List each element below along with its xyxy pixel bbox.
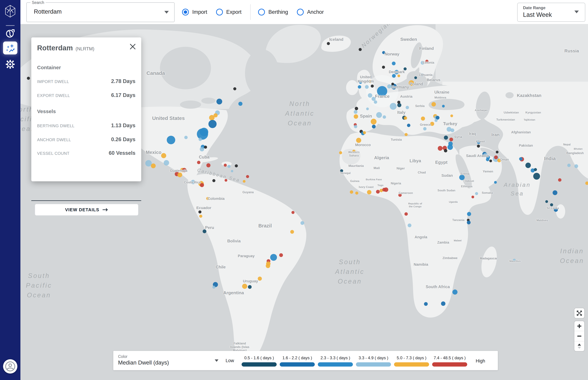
port-dot[interactable] (366, 108, 369, 110)
port-dot[interactable] (216, 99, 222, 104)
port-dot[interactable] (350, 190, 353, 194)
port-dot[interactable] (494, 181, 497, 184)
port-dot[interactable] (358, 85, 361, 89)
port-dot[interactable] (438, 146, 442, 151)
port-dot[interactable] (182, 168, 187, 172)
port-dot[interactable] (197, 161, 200, 164)
port-dot[interactable] (424, 302, 428, 306)
port-dot[interactable] (206, 163, 210, 167)
port-dot[interactable] (213, 113, 218, 117)
port-dot[interactable] (441, 302, 445, 306)
port-dot[interactable] (489, 160, 492, 162)
tilt-button[interactable] (574, 341, 584, 351)
port-dot[interactable] (397, 101, 400, 104)
port-dot[interactable] (444, 149, 447, 152)
port-dot[interactable] (383, 115, 386, 119)
port-dot[interactable] (459, 175, 465, 180)
port-dot[interactable] (248, 285, 252, 289)
port-dot[interactable] (435, 119, 437, 122)
port-dot[interactable] (372, 97, 376, 101)
port-dot[interactable] (177, 172, 182, 177)
port-dot[interactable] (387, 84, 391, 88)
port-dot[interactable] (477, 145, 480, 148)
port-dot[interactable] (354, 114, 358, 119)
port-dot[interactable] (475, 192, 478, 195)
port-dot[interactable] (200, 147, 204, 152)
port-dot[interactable] (191, 180, 195, 184)
radio-export[interactable]: Export (216, 9, 242, 16)
date-range-select[interactable]: Date Range Last Week (517, 3, 585, 22)
port-dot[interactable] (224, 164, 227, 167)
port-dot[interactable] (327, 42, 330, 45)
view-details-button[interactable]: VIEW DETAILS (35, 204, 138, 216)
legend-color-select[interactable]: Color Median Dwell (days) (113, 351, 209, 370)
port-dot[interactable] (246, 175, 249, 178)
port-dot[interactable] (394, 70, 399, 74)
port-dot[interactable] (235, 164, 238, 167)
port-dot[interactable] (200, 183, 204, 187)
port-dot[interactable] (355, 107, 358, 110)
port-dot[interactable] (519, 157, 523, 161)
port-dot[interactable] (374, 100, 377, 104)
port-dot[interactable] (258, 277, 262, 281)
port-dot[interactable] (472, 196, 474, 198)
port-dot[interactable] (203, 229, 206, 233)
port-dot[interactable] (444, 135, 448, 140)
port-dot[interactable] (145, 160, 152, 167)
port-dot[interactable] (369, 80, 372, 83)
port-dot[interactable] (376, 190, 380, 193)
port-dot[interactable] (452, 289, 457, 295)
port-dot[interactable] (408, 224, 411, 227)
port-dot[interactable] (391, 83, 394, 85)
port-dot[interactable] (354, 110, 358, 114)
port-dot[interactable] (494, 155, 498, 159)
port-dot[interactable] (553, 190, 557, 195)
port-dot[interactable] (266, 264, 270, 268)
port-dot[interactable] (450, 114, 453, 117)
port-dot[interactable] (397, 103, 401, 107)
fullscreen-button[interactable] (574, 308, 584, 318)
port-dot[interactable] (206, 197, 209, 200)
port-dot[interactable] (359, 48, 362, 51)
port-dot[interactable] (558, 178, 561, 182)
port-dot[interactable] (442, 105, 445, 108)
port-dot[interactable] (425, 60, 428, 63)
port-dot[interactable] (339, 151, 342, 154)
account-button[interactable] (3, 359, 17, 374)
port-dot[interactable] (354, 125, 357, 128)
port-dot[interactable] (198, 210, 201, 213)
port-dot[interactable] (534, 168, 537, 171)
port-dot[interactable] (238, 102, 243, 106)
port-dot[interactable] (161, 153, 166, 158)
port-dot[interactable] (513, 259, 516, 262)
port-dot[interactable] (212, 285, 215, 289)
port-dot[interactable] (243, 180, 246, 183)
port-dot[interactable] (231, 170, 233, 172)
radio-berthing[interactable]: Berthing (258, 9, 288, 16)
port-dot[interactable] (430, 122, 434, 126)
port-dot[interactable] (27, 77, 30, 80)
port-dot[interactable] (352, 150, 355, 153)
port-dot[interactable] (447, 144, 453, 150)
port-dot[interactable] (421, 61, 424, 65)
close-button[interactable] (129, 42, 137, 51)
port-dot[interactable] (151, 163, 156, 168)
port-dot[interactable] (371, 85, 374, 88)
port-dot[interactable] (365, 85, 369, 89)
port-dot[interactable] (164, 160, 169, 166)
port-dot[interactable] (392, 62, 396, 65)
zoom-in-button[interactable] (574, 321, 584, 331)
port-dot[interactable] (567, 164, 571, 167)
port-dot[interactable] (390, 103, 397, 110)
port-dot[interactable] (550, 203, 553, 206)
port-dot[interactable] (291, 211, 295, 214)
port-dot[interactable] (184, 136, 188, 139)
port-dot[interactable] (384, 188, 388, 192)
port-dot[interactable] (497, 158, 501, 162)
port-dot[interactable] (407, 124, 410, 127)
port-dot[interactable] (404, 116, 407, 120)
chevron-down-icon[interactable] (215, 360, 218, 362)
radio-import[interactable]: Import (182, 9, 207, 16)
port-dot[interactable] (270, 254, 277, 261)
port-dot[interactable] (404, 212, 408, 216)
